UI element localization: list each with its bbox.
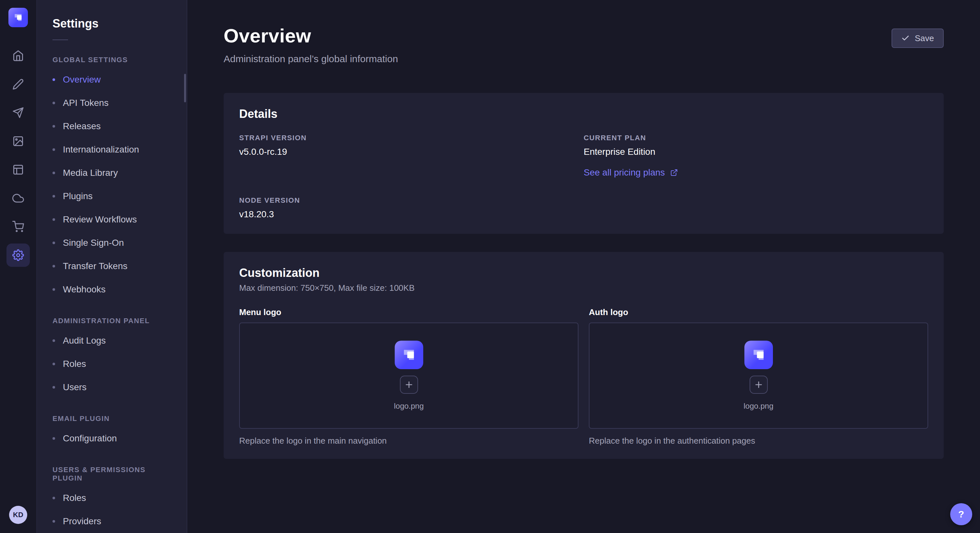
subnav-item-releases[interactable]: Releases	[37, 115, 187, 138]
pricing-plans-link[interactable]: See all pricing plans	[584, 167, 678, 178]
nav-item-marketplace[interactable]	[6, 215, 30, 238]
subnav-item-admin-roles[interactable]: Roles	[37, 352, 187, 376]
bullet-icon	[52, 125, 55, 128]
auth-logo-section: Auth logo logo.png Replace the logo in t…	[589, 307, 928, 446]
customization-card: Customization Max dimension: 750×750, Ma…	[224, 252, 944, 459]
nav-item-media-library[interactable]	[6, 130, 30, 153]
current-plan-label: CURRENT PLAN	[584, 134, 928, 142]
menu-logo-section: Menu logo logo.png Replace the logo in t…	[239, 307, 579, 446]
nav-item-releases[interactable]	[6, 101, 30, 124]
page-subtitle: Administration panel’s global informatio…	[224, 54, 944, 65]
node-version-value: v18.20.3	[239, 209, 584, 219]
subnav-item-plugins[interactable]: Plugins	[37, 185, 187, 208]
subnav-item-audit-logs[interactable]: Audit Logs	[37, 329, 187, 352]
subnav-item-review-workflows[interactable]: Review Workflows	[37, 208, 187, 231]
subnav-item-up-providers[interactable]: Providers	[37, 510, 187, 533]
subnav-item-label: Review Workflows	[63, 214, 137, 225]
auth-logo-label: Auth logo	[589, 307, 928, 317]
subnav-item-label: Roles	[63, 359, 86, 369]
logo-grid: Menu logo logo.png Replace the logo in t…	[239, 307, 928, 446]
subnav-item-transfer-tokens[interactable]: Transfer Tokens	[37, 254, 187, 278]
subnav-item-label: Transfer Tokens	[63, 261, 127, 271]
save-button[interactable]: Save	[891, 29, 944, 48]
bullet-icon	[52, 497, 55, 499]
menu-logo-add-button[interactable]	[400, 376, 418, 394]
subnav-item-media-library[interactable]: Media Library	[37, 161, 187, 185]
check-icon	[901, 34, 910, 43]
settings-sub-nav: Settings GLOBAL SETTINGS Overview API To…	[37, 0, 187, 533]
auth-logo-hint: Replace the logo in the authentication p…	[589, 436, 928, 446]
strapi-version-label: STRAPI VERSION	[239, 134, 584, 142]
bullet-icon	[52, 339, 55, 342]
auth-logo-add-button[interactable]	[749, 376, 768, 394]
global-settings-list: Overview API Tokens Releases Internation…	[37, 68, 187, 301]
main-nav: KD	[0, 0, 37, 533]
media-library-icon	[12, 135, 24, 147]
bullet-icon	[52, 288, 55, 291]
bullet-icon	[52, 437, 55, 440]
auth-logo-upload-box[interactable]: logo.png	[589, 322, 928, 429]
subnav-item-label: Users	[63, 382, 86, 392]
menu-logo-upload-box[interactable]: logo.png	[239, 322, 579, 429]
auth-logo-preview	[745, 341, 773, 369]
subnav-item-label: Releases	[63, 121, 101, 132]
nav-item-settings[interactable]	[6, 244, 30, 267]
bullet-icon	[52, 265, 55, 268]
section-global-settings: GLOBAL SETTINGS	[37, 56, 187, 64]
subnav-item-up-roles[interactable]: Roles	[37, 486, 187, 510]
subnav-item-label: Audit Logs	[63, 335, 106, 346]
details-title: Details	[239, 107, 928, 121]
menu-logo-label: Menu logo	[239, 307, 579, 317]
paper-plane-icon	[12, 107, 24, 119]
main-content: Overview Administration panel’s global i…	[187, 0, 980, 533]
home-icon	[12, 50, 24, 62]
strapi-glyph-icon	[749, 345, 769, 365]
subnav-item-label: Webhooks	[63, 284, 106, 295]
subnav-item-api-tokens[interactable]: API Tokens	[37, 91, 187, 115]
shopping-cart-icon	[12, 221, 24, 233]
subnav-item-label: API Tokens	[63, 98, 108, 108]
subnav-scrollbar[interactable]	[184, 74, 186, 102]
strapi-glyph-icon	[11, 11, 25, 24]
plus-icon	[754, 381, 763, 389]
cloud-icon	[12, 192, 24, 204]
bullet-icon	[52, 102, 55, 104]
details-card: Details STRAPI VERSION v5.0.0-rc.19 CURR…	[224, 93, 944, 234]
save-button-label: Save	[915, 33, 934, 43]
avatar[interactable]: KD	[9, 506, 27, 524]
strapi-glyph-icon	[399, 345, 419, 365]
subnav-item-single-sign-on[interactable]: Single Sign-On	[37, 231, 187, 254]
subnav-item-webhooks[interactable]: Webhooks	[37, 278, 187, 301]
gear-icon	[12, 249, 24, 261]
help-button[interactable]: ?	[950, 503, 972, 525]
current-plan-value: Enterprise Edition	[584, 147, 928, 157]
bullet-icon	[52, 363, 55, 365]
menu-logo-hint: Replace the logo in the main navigation	[239, 436, 579, 446]
users-permissions-list: Roles Providers	[37, 486, 187, 533]
subnav-item-admin-users[interactable]: Users	[37, 376, 187, 399]
nav-item-home[interactable]	[6, 44, 30, 67]
subnav-item-label: Overview	[63, 75, 101, 85]
customization-subtitle: Max dimension: 750×750, Max file size: 1…	[239, 283, 928, 293]
subnav-item-overview[interactable]: Overview	[37, 68, 187, 91]
subnav-item-label: Configuration	[63, 433, 117, 444]
email-plugin-list: Configuration	[37, 427, 187, 450]
bullet-icon	[52, 241, 55, 244]
menu-logo-preview	[395, 341, 423, 369]
subnav-item-label: Plugins	[63, 191, 93, 201]
strapi-logo[interactable]	[8, 8, 28, 27]
subnav-item-internationalization[interactable]: Internationalization	[37, 138, 187, 161]
subnav-item-label: Internationalization	[63, 144, 139, 155]
pricing-plans-link-label: See all pricing plans	[584, 167, 665, 178]
nav-item-deploy[interactable]	[6, 187, 30, 210]
plus-icon	[405, 381, 413, 389]
bullet-icon	[52, 171, 55, 174]
auth-logo-filename: logo.png	[743, 401, 773, 411]
subnav-item-label: Media Library	[63, 168, 118, 178]
nav-item-content-manager[interactable]	[6, 158, 30, 181]
subnav-item-email-configuration[interactable]: Configuration	[37, 427, 187, 450]
subnav-item-label: Single Sign-On	[63, 238, 124, 248]
node-version-label: NODE VERSION	[239, 196, 584, 205]
divider	[52, 40, 68, 40]
nav-item-content-type-builder[interactable]	[6, 73, 30, 96]
